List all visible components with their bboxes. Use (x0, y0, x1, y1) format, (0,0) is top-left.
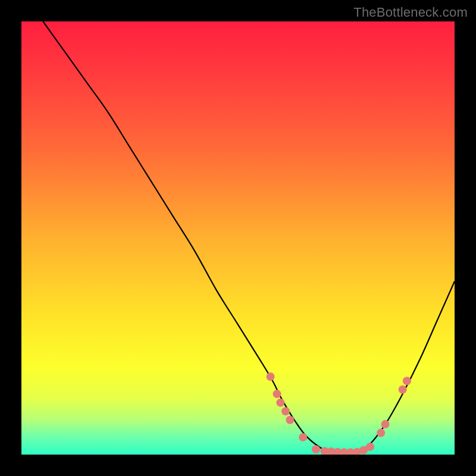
data-point-marker (381, 420, 390, 428)
data-point-marker (403, 377, 411, 385)
bottleneck-curve (21, 21, 455, 455)
watermark-text: TheBottleneck.com (353, 5, 468, 20)
data-point-marker (377, 429, 385, 437)
data-point-marker (399, 386, 407, 394)
data-point-marker (299, 433, 307, 441)
data-point-marker (286, 416, 294, 424)
data-point-marker (276, 399, 284, 407)
data-point-marker (366, 443, 374, 451)
data-point-marker (273, 390, 281, 398)
data-point-marker (267, 372, 275, 381)
chart-container: TheBottleneck.com (0, 0, 476, 476)
data-point-marker (312, 445, 320, 453)
plot-area (21, 21, 455, 455)
data-point-marker (281, 407, 290, 415)
